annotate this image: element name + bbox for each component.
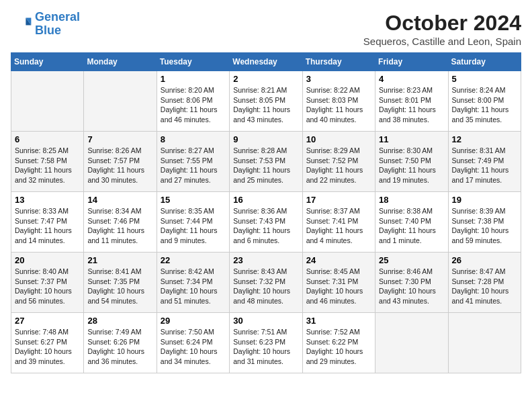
day-info: Sunrise: 8:20 AM Sunset: 8:06 PM Dayligh… xyxy=(161,85,226,125)
calendar-cell: 31Sunrise: 7:52 AM Sunset: 6:22 PM Dayli… xyxy=(302,313,375,373)
logo-general: General xyxy=(35,10,80,24)
day-number: 23 xyxy=(233,255,298,265)
calendar-cell: 15Sunrise: 8:35 AM Sunset: 7:44 PM Dayli… xyxy=(157,192,229,253)
day-number: 1 xyxy=(161,74,226,84)
calendar-week-3: 13Sunrise: 8:33 AM Sunset: 7:47 PM Dayli… xyxy=(11,192,521,253)
day-number: 6 xyxy=(15,134,80,144)
day-number: 19 xyxy=(452,195,517,205)
day-info: Sunrise: 8:25 AM Sunset: 7:58 PM Dayligh… xyxy=(15,146,80,185)
day-info: Sunrise: 8:26 AM Sunset: 7:57 PM Dayligh… xyxy=(87,146,152,185)
calendar-cell: 14Sunrise: 8:34 AM Sunset: 7:46 PM Dayli… xyxy=(84,192,157,253)
calendar-table: SundayMondayTuesdayWednesdayThursdayFrid… xyxy=(11,52,521,373)
day-info: Sunrise: 7:48 AM Sunset: 6:27 PM Dayligh… xyxy=(15,327,80,367)
day-info: Sunrise: 8:45 AM Sunset: 7:31 PM Dayligh… xyxy=(306,267,371,306)
month-title: October 2024 xyxy=(363,11,521,36)
day-info: Sunrise: 8:28 AM Sunset: 7:53 PM Dayligh… xyxy=(233,146,298,185)
day-number: 10 xyxy=(306,134,371,144)
day-info: Sunrise: 8:31 AM Sunset: 7:49 PM Dayligh… xyxy=(452,146,517,185)
calendar-cell: 16Sunrise: 8:36 AM Sunset: 7:43 PM Dayli… xyxy=(230,192,302,253)
day-number: 14 xyxy=(87,195,152,205)
day-info: Sunrise: 8:46 AM Sunset: 7:30 PM Dayligh… xyxy=(379,267,444,306)
calendar-cell: 9Sunrise: 8:28 AM Sunset: 7:53 PM Daylig… xyxy=(230,132,302,192)
weekday-header-saturday: Saturday xyxy=(448,53,521,71)
calendar-cell: 11Sunrise: 8:30 AM Sunset: 7:50 PM Dayli… xyxy=(375,132,448,192)
day-number: 31 xyxy=(306,316,371,326)
calendar-cell: 2Sunrise: 8:21 AM Sunset: 8:05 PM Daylig… xyxy=(230,71,302,132)
day-number: 28 xyxy=(87,316,152,326)
weekday-header-sunday: Sunday xyxy=(11,53,84,71)
day-info: Sunrise: 8:35 AM Sunset: 7:44 PM Dayligh… xyxy=(161,206,226,246)
calendar-cell: 6Sunrise: 8:25 AM Sunset: 7:58 PM Daylig… xyxy=(11,132,84,192)
calendar-cell: 5Sunrise: 8:24 AM Sunset: 8:00 PM Daylig… xyxy=(448,71,521,132)
day-info: Sunrise: 8:38 AM Sunset: 7:40 PM Dayligh… xyxy=(379,206,444,246)
day-number: 4 xyxy=(379,74,444,84)
day-number: 27 xyxy=(15,316,80,326)
logo-icon xyxy=(11,13,32,35)
location-subtitle: Sequeros, Castille and Leon, Spain xyxy=(363,36,521,47)
calendar-week-5: 27Sunrise: 7:48 AM Sunset: 6:27 PM Dayli… xyxy=(11,313,521,373)
day-info: Sunrise: 8:42 AM Sunset: 7:34 PM Dayligh… xyxy=(161,267,226,306)
logo-text: General Blue xyxy=(35,11,80,38)
day-info: Sunrise: 8:33 AM Sunset: 7:47 PM Dayligh… xyxy=(15,206,80,246)
weekday-header-friday: Friday xyxy=(375,53,448,71)
calendar-body: 1Sunrise: 8:20 AM Sunset: 8:06 PM Daylig… xyxy=(11,71,521,373)
header-row: SundayMondayTuesdayWednesdayThursdayFrid… xyxy=(11,53,521,71)
calendar-week-1: 1Sunrise: 8:20 AM Sunset: 8:06 PM Daylig… xyxy=(11,71,521,132)
logo: General Blue xyxy=(11,11,80,38)
title-area: October 2024 Sequeros, Castille and Leon… xyxy=(363,11,521,47)
day-info: Sunrise: 8:34 AM Sunset: 7:46 PM Dayligh… xyxy=(87,206,152,246)
calendar-cell: 21Sunrise: 8:41 AM Sunset: 7:35 PM Dayli… xyxy=(84,253,157,313)
calendar-cell: 3Sunrise: 8:22 AM Sunset: 8:03 PM Daylig… xyxy=(302,71,375,132)
day-info: Sunrise: 8:39 AM Sunset: 7:38 PM Dayligh… xyxy=(452,206,517,246)
day-number: 22 xyxy=(161,255,226,265)
day-number: 16 xyxy=(233,195,298,205)
day-number: 5 xyxy=(452,74,517,84)
header: General Blue October 2024 Sequeros, Cast… xyxy=(11,11,521,47)
day-number: 8 xyxy=(161,134,226,144)
calendar-cell: 7Sunrise: 8:26 AM Sunset: 7:57 PM Daylig… xyxy=(84,132,157,192)
day-info: Sunrise: 8:43 AM Sunset: 7:32 PM Dayligh… xyxy=(233,267,298,306)
calendar-cell: 22Sunrise: 8:42 AM Sunset: 7:34 PM Dayli… xyxy=(157,253,229,313)
calendar-cell: 30Sunrise: 7:51 AM Sunset: 6:23 PM Dayli… xyxy=(230,313,302,373)
day-info: Sunrise: 7:52 AM Sunset: 6:22 PM Dayligh… xyxy=(306,327,371,367)
calendar-cell xyxy=(375,313,448,373)
day-number: 2 xyxy=(233,74,298,84)
day-info: Sunrise: 7:51 AM Sunset: 6:23 PM Dayligh… xyxy=(233,327,298,367)
day-number: 17 xyxy=(306,195,371,205)
calendar-cell xyxy=(84,71,157,132)
calendar-cell: 4Sunrise: 8:23 AM Sunset: 8:01 PM Daylig… xyxy=(375,71,448,132)
calendar-cell: 1Sunrise: 8:20 AM Sunset: 8:06 PM Daylig… xyxy=(157,71,229,132)
day-info: Sunrise: 8:22 AM Sunset: 8:03 PM Dayligh… xyxy=(306,85,371,125)
day-info: Sunrise: 8:36 AM Sunset: 7:43 PM Dayligh… xyxy=(233,206,298,246)
day-info: Sunrise: 8:27 AM Sunset: 7:55 PM Dayligh… xyxy=(161,146,226,185)
calendar-cell: 18Sunrise: 8:38 AM Sunset: 7:40 PM Dayli… xyxy=(375,192,448,253)
calendar-cell: 28Sunrise: 7:49 AM Sunset: 6:26 PM Dayli… xyxy=(84,313,157,373)
calendar-cell xyxy=(448,313,521,373)
day-number: 13 xyxy=(15,195,80,205)
day-number: 15 xyxy=(161,195,226,205)
calendar-cell: 24Sunrise: 8:45 AM Sunset: 7:31 PM Dayli… xyxy=(302,253,375,313)
calendar-cell: 19Sunrise: 8:39 AM Sunset: 7:38 PM Dayli… xyxy=(448,192,521,253)
day-number: 25 xyxy=(379,255,444,265)
day-number: 9 xyxy=(233,134,298,144)
day-number: 7 xyxy=(87,134,152,144)
day-number: 18 xyxy=(379,195,444,205)
day-info: Sunrise: 8:21 AM Sunset: 8:05 PM Dayligh… xyxy=(233,85,298,125)
day-number: 3 xyxy=(306,74,371,84)
calendar-cell: 25Sunrise: 8:46 AM Sunset: 7:30 PM Dayli… xyxy=(375,253,448,313)
day-info: Sunrise: 8:41 AM Sunset: 7:35 PM Dayligh… xyxy=(87,267,152,306)
weekday-header-wednesday: Wednesday xyxy=(230,53,302,71)
day-info: Sunrise: 8:47 AM Sunset: 7:28 PM Dayligh… xyxy=(452,267,517,306)
calendar-cell xyxy=(11,71,84,132)
calendar-cell: 12Sunrise: 8:31 AM Sunset: 7:49 PM Dayli… xyxy=(448,132,521,192)
day-number: 24 xyxy=(306,255,371,265)
weekday-header-tuesday: Tuesday xyxy=(157,53,229,71)
calendar-cell: 29Sunrise: 7:50 AM Sunset: 6:24 PM Dayli… xyxy=(157,313,229,373)
calendar-cell: 20Sunrise: 8:40 AM Sunset: 7:37 PM Dayli… xyxy=(11,253,84,313)
calendar-cell: 17Sunrise: 8:37 AM Sunset: 7:41 PM Dayli… xyxy=(302,192,375,253)
day-number: 12 xyxy=(452,134,517,144)
calendar-cell: 13Sunrise: 8:33 AM Sunset: 7:47 PM Dayli… xyxy=(11,192,84,253)
day-info: Sunrise: 8:29 AM Sunset: 7:52 PM Dayligh… xyxy=(306,146,371,185)
calendar-cell: 8Sunrise: 8:27 AM Sunset: 7:55 PM Daylig… xyxy=(157,132,229,192)
calendar-week-4: 20Sunrise: 8:40 AM Sunset: 7:37 PM Dayli… xyxy=(11,253,521,313)
